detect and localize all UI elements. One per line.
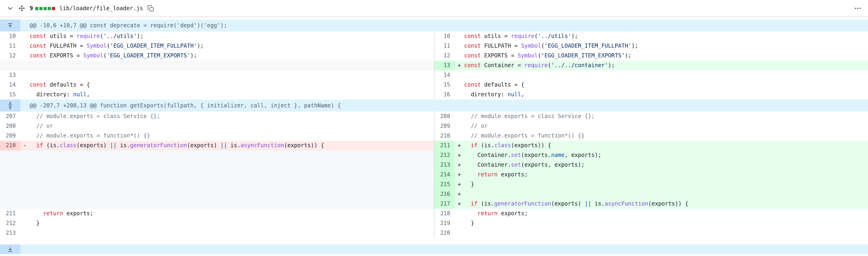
empty-cell: [0, 189, 434, 199]
line-number[interactable]: 12: [0, 51, 20, 61]
code-line: + if (is.class(exports)) {: [455, 141, 868, 151]
unfold-up-down-button[interactable]: [0, 99, 20, 111]
code-line: const utils = require('../utils');: [455, 31, 868, 41]
diff-line-row: 13+const Container = require('../../cont…: [0, 61, 868, 70]
left-context-cell: 14const defaults = {: [0, 80, 434, 90]
line-number[interactable]: 15: [0, 90, 20, 99]
diff-line-row: 215+ }: [0, 180, 868, 189]
code-line: // module.exports = function*() {}: [455, 131, 868, 141]
right-context-cell: 220: [434, 228, 868, 238]
line-number[interactable]: 13: [434, 61, 455, 70]
diff-line-row: 10const utils = require('../utils');10co…: [0, 31, 868, 41]
collapse-file-button[interactable]: [6, 5, 14, 12]
diffstat-addition-block: [43, 7, 47, 10]
line-number[interactable]: 214: [434, 170, 455, 180]
diff-line-row: 12const EXPORTS = Symbol('EGG_LOADER_ITE…: [0, 51, 868, 61]
diff-line-row: 207 // module.exports = class Service {}…: [0, 111, 868, 121]
line-number[interactable]: 220: [434, 228, 455, 238]
line-number[interactable]: 10: [0, 31, 20, 41]
diff-line-row: 208 // or209 // or: [0, 121, 868, 131]
code-line: const defaults = {: [455, 80, 868, 90]
empty-cell: [0, 180, 434, 189]
code-line: return exports;: [20, 209, 434, 219]
file-header: 9 lib/loader/file_loader.js: [0, 0, 868, 17]
left-context-cell: 213: [0, 228, 434, 238]
line-number[interactable]: 211: [434, 141, 455, 151]
diff-line-row: 11const FULLPATH = Symbol('EGG_LOADER_IT…: [0, 41, 868, 51]
code-line: }: [455, 219, 868, 228]
line-number[interactable]: 11: [0, 41, 20, 51]
diff-line-row: 212+ Container.set(exports.name, exports…: [0, 151, 868, 160]
drag-file-button[interactable]: [18, 5, 26, 12]
line-number[interactable]: 219: [434, 219, 455, 228]
unfold-up-icon: [8, 105, 12, 110]
left-context-cell: 211 return exports;: [0, 209, 434, 219]
diff-line-row: 213220: [0, 228, 868, 238]
code-line: [455, 70, 868, 80]
line-number[interactable]: 212: [0, 219, 20, 228]
right-context-cell: 218 return exports;: [434, 209, 868, 219]
line-number[interactable]: 14: [0, 80, 20, 90]
empty-cell: [0, 151, 434, 160]
code-line: [20, 70, 434, 80]
line-number[interactable]: 218: [434, 209, 455, 219]
left-context-cell: 207 // module.exports = class Service {}…: [0, 111, 434, 121]
line-number[interactable]: 10: [434, 31, 455, 41]
code-line: const defaults = {: [20, 80, 434, 90]
line-number[interactable]: 16: [434, 90, 455, 99]
line-number[interactable]: 213: [434, 160, 455, 170]
line-number[interactable]: 13: [0, 70, 20, 80]
diff-rows: @@ -10,6 +10,7 @@ const deprecate = requ…: [0, 17, 868, 254]
diff-marker: +: [455, 151, 464, 160]
unfold-down-button[interactable]: [0, 245, 20, 254]
line-number[interactable]: 216: [434, 189, 455, 199]
right-context-cell: 10const utils = require('../utils');: [434, 31, 868, 41]
right-context-cell: 209 // or: [434, 121, 868, 131]
unfold-up-icon: [7, 23, 13, 28]
line-number[interactable]: 210: [434, 131, 455, 141]
line-number[interactable]: 15: [434, 80, 455, 90]
line-number[interactable]: 212: [434, 151, 455, 160]
left-context-cell: 13: [0, 70, 434, 80]
diff-marker: +: [455, 189, 464, 199]
code-line: - if (is.class(exports) || is.generatorF…: [20, 141, 434, 151]
line-number[interactable]: 215: [434, 180, 455, 189]
diff-marker: +: [455, 170, 464, 180]
diffstat-count: 9: [30, 5, 33, 11]
diff-marker: +: [455, 61, 464, 70]
line-number[interactable]: 210: [0, 141, 20, 151]
diff-line-row: 1314: [0, 70, 868, 80]
copy-path-button[interactable]: [147, 5, 154, 12]
empty-cell: [0, 170, 434, 180]
unfold-up-button[interactable]: [0, 20, 20, 31]
line-number[interactable]: 217: [434, 199, 455, 209]
line-number[interactable]: 209: [0, 131, 20, 141]
diff-view: 9 lib/loader/file_loader.js @@ -10,6 +10…: [0, 0, 868, 256]
line-number[interactable]: 211: [0, 209, 20, 219]
line-number[interactable]: 213: [0, 228, 20, 238]
line-number[interactable]: 12: [434, 51, 455, 61]
line-number[interactable]: 11: [434, 41, 455, 51]
file-options-button[interactable]: [854, 5, 862, 12]
right-addition-cell: 215+ }: [434, 180, 868, 189]
right-addition-cell: 216+: [434, 189, 868, 199]
line-number[interactable]: 208: [0, 121, 20, 131]
left-context-cell: 10const utils = require('../utils');: [0, 31, 434, 41]
code-line: + }: [455, 180, 868, 189]
code-line: return exports;: [455, 209, 868, 219]
line-number[interactable]: 209: [434, 121, 455, 131]
line-number[interactable]: 207: [0, 111, 20, 121]
line-number[interactable]: 14: [434, 70, 455, 80]
code-line: + Container.set(exports, exports);: [455, 160, 868, 170]
right-addition-cell: 13+const Container = require('../../cont…: [434, 61, 868, 70]
diff-line-row: 212 }219 }: [0, 219, 868, 228]
hunk-header-text: @@ -10,6 +10,7 @@ const deprecate = requ…: [20, 20, 227, 31]
code-line: const utils = require('../utils');: [20, 31, 434, 41]
code-line: const FULLPATH = Symbol('EGG_LOADER_ITEM…: [20, 41, 434, 51]
file-path[interactable]: lib/loader/file_loader.js: [59, 5, 143, 11]
right-addition-cell: 211+ if (is.class(exports)) {: [434, 141, 868, 151]
copy-icon: [147, 5, 154, 12]
empty-cell: [0, 199, 434, 209]
line-number[interactable]: 208: [434, 111, 455, 121]
diff-line-row: 14const defaults = {15const defaults = {: [0, 80, 868, 90]
